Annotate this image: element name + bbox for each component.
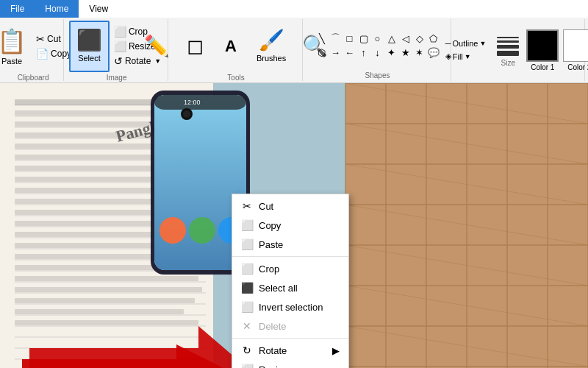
brushes-icon: 🖌️ [259,30,284,51]
ctx-select-all-label: Select all [259,283,298,294]
select-icon: ⬛ [76,30,102,51]
ctx-copy[interactable]: ⬜ Copy [232,216,348,235]
shape-star5[interactable]: ★ [399,46,412,59]
ctx-paste-icon: ⬜ [241,238,253,250]
group-colors: ─ Outline ▼ ◈ Fill ▼ [453,19,585,81]
svg-text:12:00: 12:00 [184,99,201,106]
select-button[interactable]: ⬛ Select [69,21,110,72]
size-line-4[interactable] [497,51,519,56]
shape-arrow-l[interactable]: ← [343,46,356,59]
size-line-2[interactable] [497,40,519,43]
resize-icon: ⬜ [114,40,126,52]
brushes-label: Brushes [257,54,286,63]
ctx-paste[interactable]: ⬜ Paste [232,235,348,254]
ctx-invert-sel[interactable]: ⬜ Invert selection [232,297,348,316]
svg-rect-27 [15,99,162,105]
text-icon: A [225,38,237,54]
paste-icon: 📋 [0,27,26,55]
shape-arrow-r[interactable]: → [329,46,343,59]
ctx-delete[interactable]: ✕ Delete [232,316,348,336]
ctx-invert-sel-label: Invert selection [259,302,323,313]
ctx-rotate-arrow: ▶ [332,345,340,356]
shape-rtriangle[interactable]: ◁ [399,32,412,45]
shape-diagonal[interactable]: ╲ [315,32,329,45]
ribbon-tabs: File Home View [0,0,588,18]
shape-ellipse[interactable]: ○ [371,32,384,45]
canvas-area[interactable]: Pangko 12:00 [0,83,588,368]
shape-pentagon[interactable]: ⬠ [427,32,440,45]
shape-rect[interactable]: □ [343,32,356,45]
colors-items: ─ Outline ▼ ◈ Fill ▼ [442,21,588,79]
ctx-invert-sel-icon: ⬜ [241,301,253,313]
shape-diamond[interactable]: ◇ [413,32,426,45]
ctx-crop[interactable]: ⬜ Crop [232,259,348,278]
shapes-grid: ╲ ⌒ □ ▢ ○ △ ◁ ◇ ⬠ ⬡ → ← ↑ ↓ ✦ ★ ✶ [315,32,440,59]
shape-curve[interactable]: ⌒ [329,32,343,45]
size-line-1[interactable] [497,37,519,38]
ctx-crop-icon: ⬜ [241,263,253,275]
group-clipboard: 📋 Paste ✂ Cut 📄 Copy Clipboard [3,19,64,81]
ctx-select-all-icon: ⬛ [241,282,253,294]
svg-point-58 [189,217,215,244]
ctx-select-all[interactable]: ⬛ Select all [232,278,348,297]
svg-rect-47 [15,320,198,325]
shape-arrow-u[interactable]: ↑ [357,46,370,59]
fill-dropdown: ▼ [465,53,471,60]
brushes-button[interactable]: 🖌️ Brushes [250,21,293,72]
pencil-button[interactable]: ✏️ [137,21,176,72]
group-tools: ✏️ ◻ A 🖌️ Brushes 🔍 Tools [170,19,303,81]
pencil-icon: ✏️ [144,36,170,57]
cut-icon: ✂ [36,33,45,45]
ctx-copy-label: Copy [259,220,281,231]
ctx-delete-icon: ✕ [241,320,253,332]
fill-button[interactable]: ◈ Fill ▼ [442,50,490,63]
color2-swatch[interactable] [563,29,588,62]
size-line-3[interactable] [497,45,519,49]
select-label: Select [78,54,101,63]
svg-rect-46 [15,309,184,314]
svg-point-56 [183,110,190,118]
outline-button[interactable]: ─ Outline ▼ [442,38,490,49]
svg-rect-45 [15,298,195,303]
ctx-copy-icon: ⬜ [241,219,253,231]
shapes-items: ╲ ⌒ □ ▢ ○ △ ◁ ◇ ⬠ ⬡ → ← ↑ ↓ ✦ ★ ✶ [315,21,440,70]
shapes-label: Shapes [365,70,390,79]
ctx-rotate-label: Rotate [259,345,287,356]
ctx-crop-label: Crop [259,263,279,275]
color2-wrapper: Color 2 [563,29,588,71]
shape-arrow-d[interactable]: ↓ [371,46,384,59]
ctx-delete-label: Delete [259,321,287,332]
shape-star4[interactable]: ✦ [385,46,398,59]
paste-button[interactable]: 📋 Paste [0,21,32,72]
copy-icon: 📄 [36,48,49,60]
tab-view[interactable]: View [79,0,118,18]
ribbon: File Home View 📋 Paste ✂ Cut 📄 Copy [0,0,588,83]
ctx-paste-label: Paste [259,239,283,250]
size-group: Size [494,34,522,67]
tab-file[interactable]: File [0,0,35,18]
tab-home[interactable]: Home [35,0,79,18]
ctx-resize-label: Resize [259,364,288,369]
ctx-rotate[interactable]: ↻ Rotate ▶ [232,341,348,360]
shape-star6[interactable]: ✶ [413,46,426,59]
color1-swatch[interactable] [526,29,559,62]
context-menu: ✂ Cut ⬜ Copy ⬜ Paste ⬜ Crop ⬛ Select all… [232,194,349,368]
fill-icon: ◈ [445,52,451,61]
shape-hex[interactable]: ⬡ [315,46,329,59]
svg-rect-43 [15,276,198,281]
shape-triangle[interactable]: △ [385,32,398,45]
ctx-resize[interactable]: ⬜ Resize [232,360,348,368]
outline-fill-group: ─ Outline ▼ ◈ Fill ▼ [442,38,490,63]
shape-round-rect[interactable]: ▢ [357,32,370,45]
ctx-sep-1 [232,256,348,257]
paste-label: Paste [1,57,22,66]
text-button[interactable]: A [215,21,247,72]
ctx-resize-icon: ⬜ [241,364,253,368]
color2-label: Color 2 [567,63,588,71]
clipboard-items: 📋 Paste ✂ Cut 📄 Copy [0,21,74,72]
eraser-button[interactable]: ◻ [179,21,212,72]
ctx-rotate-icon: ↻ [241,344,253,356]
shape-callout[interactable]: 💬 [427,46,440,59]
image-label: Image [107,72,127,82]
ctx-cut[interactable]: ✂ Cut [232,197,348,216]
